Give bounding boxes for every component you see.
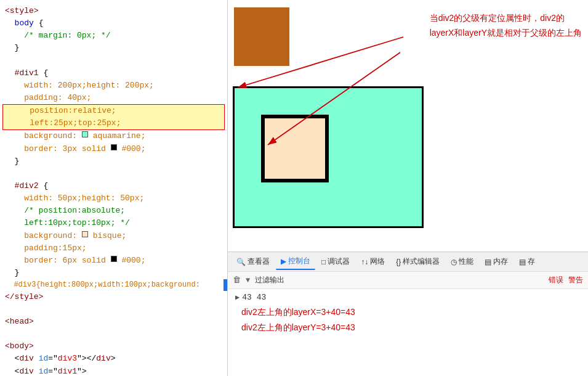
perf-label: 性能 xyxy=(459,256,473,267)
inspector-label: 查看器 xyxy=(248,256,270,267)
code-line: border: 6px solid #000; xyxy=(0,255,227,267)
style-icon: {} xyxy=(396,258,401,266)
code-line: left:25px;top:25px; xyxy=(6,117,222,129)
memory-icon: ▤ xyxy=(485,258,491,266)
annotation-bottom: div2左上角的layerX=3+40=43 div2左上角的layerY=3+… xyxy=(241,304,587,335)
error-button[interactable]: 错误 xyxy=(549,275,563,285)
devtools-content: 🗑 ▼ 过滤输出 错误 警告 ▶ 43 43 div2左上角的layerX=3+… xyxy=(228,271,588,376)
browser-preview: 当div2的父级有定位属性时，div2的 layerX和layerY就是相对于父… xyxy=(228,0,588,251)
code-text: <head> xyxy=(5,316,34,328)
code-text: #div1 xyxy=(5,67,39,80)
devtools-tab-inspector[interactable]: 🔍 查看器 xyxy=(232,254,275,269)
div1-preview xyxy=(233,86,424,228)
code-text: } xyxy=(5,267,19,279)
devtools-tab-style-editor[interactable]: {} 样式编辑器 xyxy=(391,254,445,269)
code-line: body { xyxy=(0,17,227,30)
code-text: #div3{height:800px;width:100px;backgroun… xyxy=(5,279,200,291)
devtools-tab-network[interactable]: ↑↓ 网络 xyxy=(356,254,390,269)
code-text: /* margin: 0px; */ xyxy=(5,30,111,42)
inspector-icon: 🔍 xyxy=(236,258,246,266)
code-text: } xyxy=(5,42,19,54)
code-line: position:relative; xyxy=(6,105,222,117)
devtools-tab-console[interactable]: ▶ 控制台 xyxy=(276,253,315,270)
code-line: left:10px;top:10px; */ xyxy=(0,217,227,229)
annotation-top-line1: 当div2的父级有定位属性时，div2的 xyxy=(430,13,565,23)
code-line: width: 50px;height: 50px; xyxy=(0,192,227,205)
code-text: padding:15px; xyxy=(5,242,87,255)
code-line: <body> xyxy=(0,340,227,353)
code-line: /* position:absolute; xyxy=(0,205,227,217)
console-value: 43 43 xyxy=(242,293,266,302)
filter-right: 错误 警告 xyxy=(549,275,583,285)
code-text: <div id="div3"></div> xyxy=(5,353,116,365)
filter-icon: ▼ xyxy=(246,276,250,285)
code-line: padding: 40px; xyxy=(0,92,227,104)
debugger-icon: □ xyxy=(321,258,326,266)
storage-label: 存 xyxy=(528,256,535,267)
code-line: /* margin: 0px; */ xyxy=(0,30,227,42)
div2-preview xyxy=(261,115,329,182)
annotation-top-line2: layerX和layerY就是相对于父级的左上角 xyxy=(430,28,582,38)
code-line: <head> xyxy=(0,316,227,328)
code-line: background: aquamarine; xyxy=(0,130,227,142)
code-line: } xyxy=(0,267,227,279)
code-line: } xyxy=(0,155,227,168)
console-arrow-icon: ▶ xyxy=(235,293,240,302)
code-text: <div id="div1"> xyxy=(5,366,87,376)
code-line xyxy=(0,55,227,67)
code-line: background: bisque; xyxy=(0,230,227,242)
code-text: background: xyxy=(5,130,82,142)
console-label: 控制台 xyxy=(288,256,310,266)
highlighted-block: position:relative; left:25px;top:25px; xyxy=(2,104,225,130)
code-text: padding: 40px; xyxy=(5,92,91,104)
code-text: left:10px;top:10px; */ xyxy=(5,217,130,229)
brown-box-preview xyxy=(234,7,289,66)
annotation-top: 当div2的父级有定位属性时，div2的 layerX和layerY就是相对于父… xyxy=(430,11,582,41)
devtools-tab-debugger[interactable]: □ 调试器 xyxy=(316,254,355,269)
annotation-bottom-line2: div2左上角的layerY=3+40=43 xyxy=(241,322,355,332)
code-line: #div3{height:800px;width:100px;backgroun… xyxy=(0,279,227,291)
code-text: border: 3px solid xyxy=(5,143,111,155)
memory-label: 内存 xyxy=(493,256,508,267)
code-line: <style> xyxy=(0,5,227,17)
code-text: width: 200px;height: 200px; xyxy=(5,80,154,92)
code-text: #div2 xyxy=(5,180,39,192)
code-text: body { xyxy=(5,17,43,30)
code-text: border: 6px solid xyxy=(5,255,111,267)
storage-icon: ▤ xyxy=(519,258,526,266)
code-text: <style> xyxy=(5,5,39,17)
code-line xyxy=(0,303,227,316)
code-line: } xyxy=(0,42,227,54)
console-icon: ▶ xyxy=(281,257,286,266)
network-icon: ↑↓ xyxy=(361,258,368,266)
code-line: width: 200px;height: 200px; xyxy=(0,80,227,92)
code-line: padding:15px; xyxy=(0,242,227,255)
devtools-tab-memory[interactable]: ▤ 内存 xyxy=(480,254,513,269)
filter-bar: 🗑 ▼ 过滤输出 错误 警告 xyxy=(228,272,588,289)
preview-area: 当div2的父级有定位属性时，div2的 layerX和layerY就是相对于父… xyxy=(228,0,588,251)
code-line: #div1 { xyxy=(0,67,227,80)
code-line: border: 3px solid #000; xyxy=(0,143,227,155)
code-text: width: 50px;height: 50px; xyxy=(5,192,144,205)
warn-button[interactable]: 警告 xyxy=(568,275,583,285)
code-line: <div id="div3"></div> xyxy=(0,353,227,365)
code-text: <body> xyxy=(5,340,34,353)
annotation-bottom-text: div2左上角的layerX=3+40=43 div2左上角的layerY=3+… xyxy=(241,304,587,335)
code-text: } xyxy=(5,155,19,168)
network-label: 网络 xyxy=(370,256,385,267)
devtools-tabs-bar: 🔍 查看器 ▶ 控制台 □ 调试器 ↑↓ 网络 {} 样式编辑器 ◷ 性能 ▤ … xyxy=(228,251,588,271)
console-output-area: ▶ 43 43 div2左上角的layerX=3+40=43 div2左上角的l… xyxy=(228,289,588,376)
code-text: left:25px;top:25px; xyxy=(10,117,121,129)
console-output-row: ▶ 43 43 xyxy=(235,293,581,302)
perf-icon: ◷ xyxy=(451,258,457,266)
filter-label: 过滤输出 xyxy=(255,275,284,285)
code-line xyxy=(0,328,227,340)
code-text: position:relative; xyxy=(10,105,116,117)
annotation-bottom-line1: div2左上角的layerX=3+40=43 xyxy=(241,307,355,317)
debugger-label: 调试器 xyxy=(328,256,350,267)
trash-icon[interactable]: 🗑 xyxy=(233,276,241,285)
devtools-tab-storage[interactable]: ▤ 存 xyxy=(514,254,540,269)
devtools-tab-performance[interactable]: ◷ 性能 xyxy=(446,254,478,269)
code-editor: <style> body { /* margin: 0px; */ } #div… xyxy=(0,0,228,376)
code-text: /* position:absolute; xyxy=(5,205,125,217)
